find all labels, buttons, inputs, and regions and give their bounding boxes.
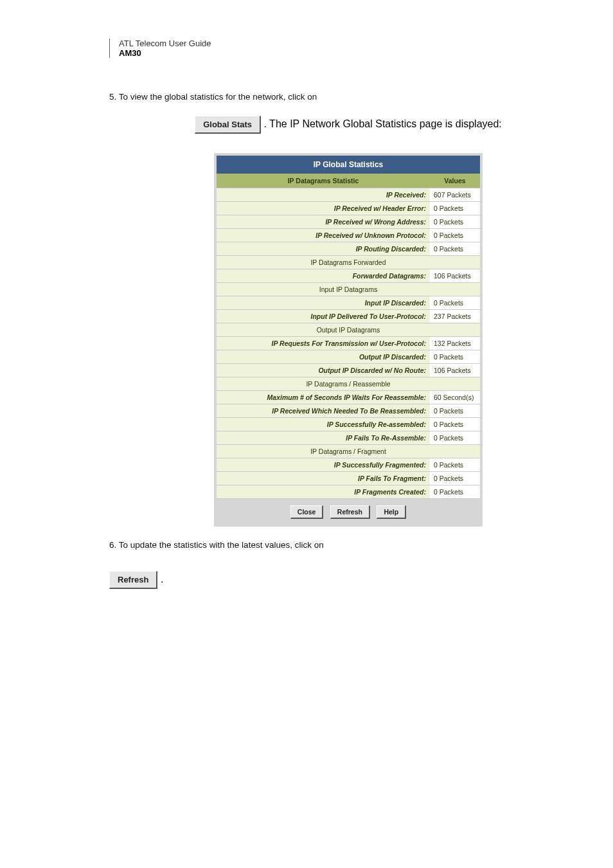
stat-label: IP Received w/ Unknown Protocol: — [217, 228, 430, 242]
table-row: IP Datagrams Forwarded — [217, 255, 480, 269]
stat-label: Forwarded Datagrams: — [217, 269, 430, 282]
stat-label: IP Received w/ Wrong Address: — [217, 215, 430, 228]
table-row: IP Received w/ Unknown Protocol:0 Packet… — [217, 228, 480, 242]
section-heading: IP Datagrams Forwarded — [217, 255, 480, 269]
stat-label: IP Routing Discarded: — [217, 242, 430, 255]
table-row: Output IP Datagrams — [217, 323, 480, 336]
stat-value: 237 Packets — [430, 309, 480, 323]
stat-value: 0 Packets — [430, 471, 480, 485]
table-row: IP Received Which Needed To Be Reassembl… — [217, 404, 480, 417]
table-row: IP Fails To Fragment:0 Packets — [217, 471, 480, 485]
stat-label: Input IP Delivered To User-Protocol: — [217, 309, 430, 323]
panel-title: IP Global Statistics — [217, 156, 480, 174]
table-row: IP Requests For Transmission w/ User-Pro… — [217, 336, 480, 350]
table-row: IP Datagrams / Reassemble — [217, 377, 480, 390]
doc-header-line1: ATL Telecom User Guide — [119, 39, 587, 48]
stats-table: IP Datagrams Statistic Values IP Receive… — [217, 174, 480, 499]
table-row: IP Routing Discarded:0 Packets — [217, 242, 480, 255]
stat-value: 0 Packets — [430, 404, 480, 417]
section-heading: Input IP Datagrams — [217, 282, 480, 296]
intro-suffix: . The IP Network Global Statistics page … — [264, 118, 502, 129]
table-row: Input IP Discarded:0 Packets — [217, 296, 480, 309]
stat-label: IP Fragments Created: — [217, 485, 430, 498]
stat-value: 0 Packets — [430, 431, 480, 444]
intro-text: 5. To view the global statistics for the… — [109, 92, 317, 102]
stat-label: IP Fails To Re-Assemble: — [217, 431, 430, 444]
stat-value: 60 Second(s) — [430, 390, 480, 404]
intro-paragraph: 5. To view the global statistics for the… — [109, 90, 587, 104]
section-heading: IP Datagrams / Fragment — [217, 444, 480, 458]
stat-label: IP Received: — [217, 188, 430, 201]
stat-value: 0 Packets — [430, 485, 480, 498]
stat-value: 0 Packets — [430, 417, 480, 431]
stat-value: 0 Packets — [430, 201, 480, 215]
col-header-statistic: IP Datagrams Statistic — [217, 174, 430, 188]
stat-label: IP Fails To Fragment: — [217, 471, 430, 485]
help-button[interactable]: Help — [377, 505, 406, 519]
stat-label: Output IP Discarded w/ No Route: — [217, 363, 430, 377]
stat-label: IP Received Which Needed To Be Reassembl… — [217, 404, 430, 417]
close-button[interactable]: Close — [290, 505, 324, 519]
stat-label: IP Requests For Transmission w/ User-Pro… — [217, 336, 430, 350]
footer-text: 6. To update the statistics with the lat… — [109, 540, 324, 550]
doc-header-line2: AM30 — [119, 48, 587, 58]
stat-value: 0 Packets — [430, 296, 480, 309]
stat-value: 607 Packets — [430, 188, 480, 201]
col-header-values: Values — [430, 174, 480, 188]
table-row: Forwarded Datagrams:106 Packets — [217, 269, 480, 282]
table-row: IP Successfully Fragmented:0 Packets — [217, 458, 480, 471]
table-row: IP Datagrams / Fragment — [217, 444, 480, 458]
table-row: Input IP Datagrams — [217, 282, 480, 296]
panel-button-bar: Close Refresh Help — [217, 499, 480, 524]
stat-value: 106 Packets — [430, 269, 480, 282]
stat-value: 132 Packets — [430, 336, 480, 350]
table-row: Input IP Delivered To User-Protocol:237 … — [217, 309, 480, 323]
table-row: IP Received w/ Wrong Address:0 Packets — [217, 215, 480, 228]
footer-suffix: . — [161, 574, 163, 584]
stat-value: 106 Packets — [430, 363, 480, 377]
stat-value: 0 Packets — [430, 242, 480, 255]
stat-label: IP Received w/ Header Error: — [217, 201, 430, 215]
stat-label: IP Successfully Fragmented: — [217, 458, 430, 471]
table-row: Maximum # of Seconds IP Waits For Reasse… — [217, 390, 480, 404]
footer-paragraph: 6. To update the statistics with the lat… — [109, 538, 587, 552]
table-row: IP Fragments Created:0 Packets — [217, 485, 480, 498]
ip-stats-panel: IP Global Statistics IP Datagrams Statis… — [214, 153, 483, 527]
table-row: Output IP Discarded:0 Packets — [217, 350, 480, 363]
table-row: IP Received:607 Packets — [217, 188, 480, 201]
table-row: IP Fails To Re-Assemble:0 Packets — [217, 431, 480, 444]
stat-value: 0 Packets — [430, 215, 480, 228]
refresh-small-button[interactable]: Refresh — [330, 505, 370, 519]
stat-label: Output IP Discarded: — [217, 350, 430, 363]
section-heading: Output IP Datagrams — [217, 323, 480, 336]
stat-label: Input IP Discarded: — [217, 296, 430, 309]
refresh-button[interactable]: Refresh — [109, 571, 157, 589]
stat-value: 0 Packets — [430, 228, 480, 242]
section-heading: IP Datagrams / Reassemble — [217, 377, 480, 390]
table-row: Output IP Discarded w/ No Route:106 Pack… — [217, 363, 480, 377]
table-row: IP Successfully Re-assembled:0 Packets — [217, 417, 480, 431]
table-row: IP Received w/ Header Error:0 Packets — [217, 201, 480, 215]
stat-label: Maximum # of Seconds IP Waits For Reasse… — [217, 390, 430, 404]
doc-header: ATL Telecom User Guide AM30 — [109, 39, 587, 58]
stat-value: 0 Packets — [430, 350, 480, 363]
stat-label: IP Successfully Re-assembled: — [217, 417, 430, 431]
stat-value: 0 Packets — [430, 458, 480, 471]
global-stats-button[interactable]: Global Stats — [195, 116, 261, 134]
